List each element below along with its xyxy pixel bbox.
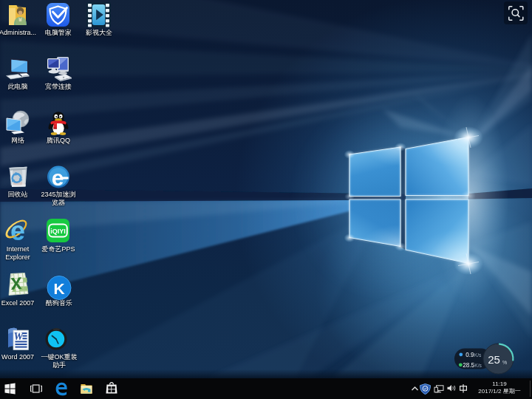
svg-text:0.9K/s: 0.9K/s (466, 352, 482, 358)
svg-text:25: 25 (488, 353, 500, 366)
svg-text:K: K (53, 280, 64, 297)
svg-text:%: % (502, 360, 507, 365)
svg-text:28.5K/s: 28.5K/s (463, 362, 482, 369)
svg-text:e: e (10, 218, 25, 243)
svg-text:W: W (14, 330, 24, 342)
svg-text:iQIYI: iQIYI (50, 228, 66, 235)
